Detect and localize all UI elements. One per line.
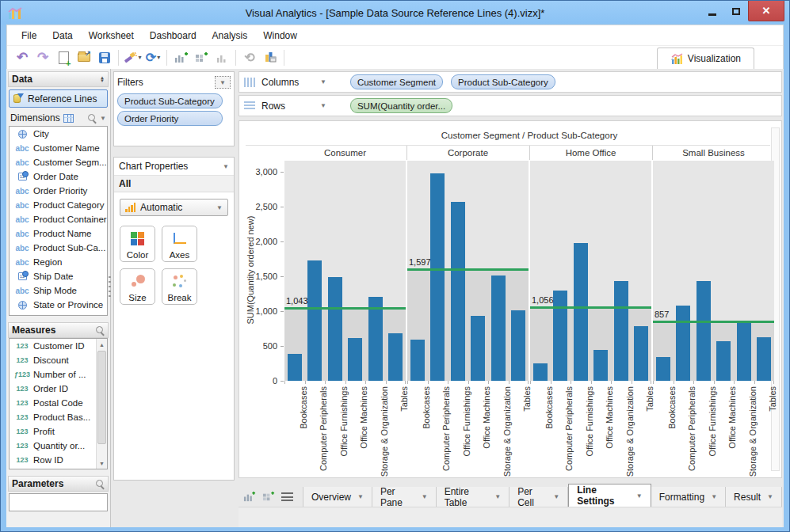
redo-button[interactable]: ↷ — [33, 48, 52, 67]
minimize-button[interactable] — [700, 1, 724, 21]
parameters-list[interactable] — [9, 493, 108, 511]
tab-overview[interactable]: Overview▼ — [303, 487, 372, 507]
bar-computer-peripherals[interactable] — [307, 260, 322, 381]
view-data-grid-icon[interactable] — [63, 114, 74, 123]
bar-storage-organization[interactable] — [737, 321, 751, 381]
bar-office-furnishings[interactable] — [328, 277, 342, 381]
column-pill[interactable]: Customer Segment — [350, 74, 443, 89]
collapse-expand-icon[interactable]: ▲▼ — [100, 76, 105, 82]
dimension-item[interactable]: City — [10, 127, 107, 141]
scroll-up-icon[interactable]: ▲ — [97, 339, 107, 350]
dimension-item[interactable]: abcProduct Container — [10, 212, 107, 226]
menu-item-window[interactable]: Window — [255, 27, 305, 44]
measure-item[interactable]: 123Row ID — [10, 453, 107, 467]
dimension-item[interactable]: abcCustomer Name — [10, 141, 107, 155]
rotate-view-button[interactable]: ⟲ — [240, 48, 259, 67]
reference-line[interactable] — [530, 306, 651, 309]
bar-office-machines[interactable] — [593, 350, 608, 381]
dimension-item[interactable]: abcCustomer Segm... — [10, 155, 107, 169]
tab-caret[interactable]: ▼ — [711, 493, 717, 500]
menu-item-worksheet[interactable]: Worksheet — [81, 27, 142, 44]
filter-pill[interactable]: Order Priority — [117, 111, 223, 126]
size-button[interactable]: Size — [120, 268, 155, 305]
data-panel-header[interactable]: Data ▲▼ — [8, 71, 109, 87]
dimension-item[interactable]: abcShip Mode — [10, 283, 107, 298]
refresh-dropdown-caret[interactable]: ▾ — [157, 54, 160, 61]
scroll-down-icon[interactable]: ▼ — [97, 458, 107, 469]
bar-bookcases[interactable] — [533, 363, 548, 381]
tab-formatting[interactable]: Formatting▼ — [651, 487, 726, 507]
measure-item[interactable]: 123Postal Code — [10, 396, 107, 410]
menu-item-analysis[interactable]: Analysis — [204, 27, 256, 44]
bar-bookcases[interactable] — [410, 340, 425, 381]
bar-tables[interactable] — [511, 310, 525, 381]
bar-storage-organization[interactable] — [614, 281, 628, 381]
maximize-button[interactable] — [724, 1, 748, 21]
bar-bookcases[interactable] — [656, 357, 670, 381]
axes-button[interactable]: Axes — [162, 226, 197, 262]
measure-item[interactable]: 123Discount — [10, 353, 107, 367]
tab-caret[interactable]: ▼ — [636, 492, 643, 500]
bar-office-furnishings[interactable] — [451, 202, 465, 381]
bar-office-furnishings[interactable] — [696, 281, 711, 381]
reference-line[interactable] — [284, 307, 406, 310]
tab-caret[interactable]: ▼ — [422, 493, 428, 500]
bar-storage-organization[interactable] — [491, 276, 506, 381]
menu-item-file[interactable]: File — [13, 27, 44, 44]
chart-window-button[interactable] — [261, 48, 280, 67]
tab-result[interactable]: Result▼ — [726, 487, 782, 507]
mark-type-select[interactable]: Automatic ▼ — [120, 199, 228, 216]
open-button[interactable] — [74, 48, 94, 67]
dimension-item[interactable]: 12Order Date — [10, 169, 107, 184]
bar-computer-peripherals[interactable] — [430, 173, 445, 381]
new-document-button[interactable] — [54, 48, 73, 67]
dimension-item[interactable]: abcOrder Priority — [10, 184, 107, 198]
bar-office-machines[interactable] — [716, 341, 731, 381]
format-wand-button[interactable]: ▾ — [123, 48, 142, 67]
filter-pill[interactable]: Product Sub-Category — [117, 93, 223, 108]
bar-computer-peripherals[interactable] — [676, 306, 690, 381]
row-pill[interactable]: SUM(Quantity order... — [350, 98, 452, 113]
break-button[interactable]: Break — [162, 268, 197, 305]
color-button[interactable]: Color — [120, 226, 155, 262]
new-dashboard-icon[interactable] — [262, 490, 275, 503]
scrollbar-thumb[interactable] — [97, 351, 106, 444]
bar-office-machines[interactable] — [471, 316, 485, 381]
reference-line[interactable] — [653, 321, 774, 323]
dimension-item[interactable]: 12Ship Date — [10, 269, 107, 283]
tab-per-cell[interactable]: Per Cell▼ — [509, 487, 568, 507]
close-button[interactable]: ✕ — [748, 1, 784, 21]
column-pill[interactable]: Product Sub-Category — [451, 74, 555, 89]
undo-button[interactable]: ↶ — [13, 48, 32, 67]
reference-line[interactable] — [407, 268, 529, 271]
menu-item-dashboard[interactable]: Dashboard — [142, 27, 204, 44]
bar-office-furnishings[interactable] — [574, 243, 588, 381]
parameters-search-icon[interactable] — [96, 480, 105, 488]
bar-tables[interactable] — [757, 337, 771, 381]
dimension-item[interactable]: abcProduct Category — [10, 198, 107, 212]
rows-shelf-caret[interactable]: ▼ — [320, 102, 326, 109]
bar-tables[interactable] — [634, 326, 648, 381]
tab-visualization[interactable]: Visualization — [657, 48, 754, 69]
tab-caret[interactable]: ▼ — [357, 493, 364, 500]
panel-splitter[interactable] — [109, 276, 111, 297]
columns-shelf-caret[interactable]: ▼ — [320, 78, 326, 86]
measure-item[interactable]: 123Product Bas... — [10, 410, 107, 424]
measure-item[interactable]: 123Order ID — [10, 382, 107, 396]
wand-dropdown-caret[interactable]: ▾ — [138, 54, 141, 61]
chart-properties-caret[interactable]: ▼ — [223, 163, 229, 170]
dimension-item[interactable]: abcRegion — [10, 255, 107, 269]
dimension-item[interactable]: abcProduct Name — [10, 226, 107, 241]
add-chart-button[interactable] — [171, 48, 190, 67]
new-worksheet-icon[interactable] — [243, 490, 256, 503]
menu-item-data[interactable]: Data — [44, 27, 80, 44]
measure-item[interactable]: ƒ123Number of ... — [10, 367, 107, 382]
bar-computer-peripherals[interactable] — [553, 291, 567, 381]
dimensions-menu-caret[interactable]: ▼ — [100, 115, 106, 122]
datasource-item[interactable]: Reference Lines — [9, 89, 108, 108]
dimension-item[interactable]: State or Province — [10, 298, 107, 312]
measure-item[interactable]: 123Profit — [10, 424, 107, 439]
tab-per-pane[interactable]: Per Pane▼ — [372, 487, 437, 507]
dimension-item[interactable]: abcProduct Sub-Ca... — [10, 241, 107, 255]
refresh-button[interactable]: ⟳ ▾ — [143, 48, 162, 67]
